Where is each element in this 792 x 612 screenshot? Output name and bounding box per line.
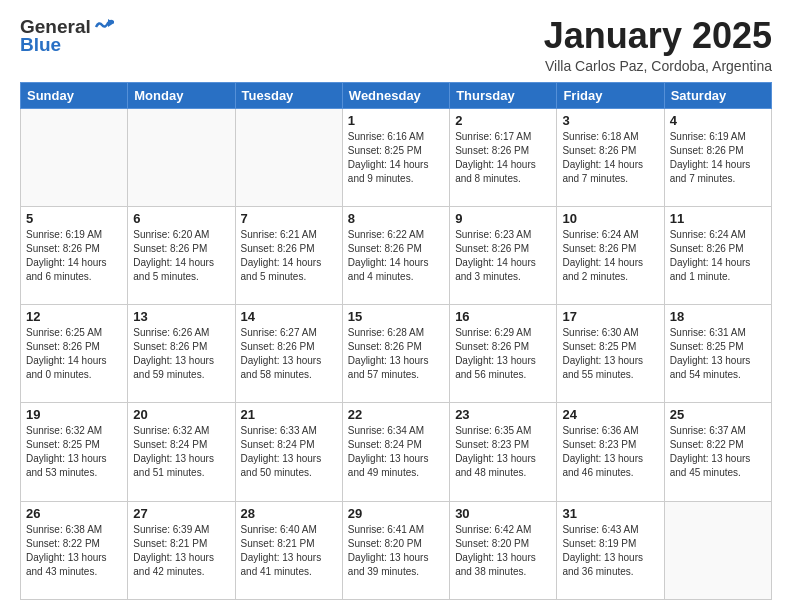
day-info: Sunrise: 6:30 AM Sunset: 8:25 PM Dayligh… [562, 326, 658, 382]
day-number: 12 [26, 309, 122, 324]
day-info: Sunrise: 6:42 AM Sunset: 8:20 PM Dayligh… [455, 523, 551, 579]
day-info: Sunrise: 6:38 AM Sunset: 8:22 PM Dayligh… [26, 523, 122, 579]
day-number: 10 [562, 211, 658, 226]
calendar-week-row: 26Sunrise: 6:38 AM Sunset: 8:22 PM Dayli… [21, 501, 772, 599]
day-info: Sunrise: 6:43 AM Sunset: 8:19 PM Dayligh… [562, 523, 658, 579]
day-info: Sunrise: 6:25 AM Sunset: 8:26 PM Dayligh… [26, 326, 122, 382]
day-number: 22 [348, 407, 444, 422]
day-number: 26 [26, 506, 122, 521]
day-number: 7 [241, 211, 337, 226]
col-thursday: Thursday [450, 82, 557, 108]
day-number: 29 [348, 506, 444, 521]
calendar-cell [235, 108, 342, 206]
day-info: Sunrise: 6:24 AM Sunset: 8:26 PM Dayligh… [670, 228, 766, 284]
month-title: January 2025 [544, 16, 772, 56]
day-number: 16 [455, 309, 551, 324]
calendar-week-row: 19Sunrise: 6:32 AM Sunset: 8:25 PM Dayli… [21, 403, 772, 501]
day-info: Sunrise: 6:37 AM Sunset: 8:22 PM Dayligh… [670, 424, 766, 480]
day-number: 3 [562, 113, 658, 128]
day-info: Sunrise: 6:31 AM Sunset: 8:25 PM Dayligh… [670, 326, 766, 382]
day-number: 9 [455, 211, 551, 226]
day-number: 19 [26, 407, 122, 422]
day-info: Sunrise: 6:18 AM Sunset: 8:26 PM Dayligh… [562, 130, 658, 186]
calendar-cell [664, 501, 771, 599]
calendar-cell: 12Sunrise: 6:25 AM Sunset: 8:26 PM Dayli… [21, 305, 128, 403]
day-info: Sunrise: 6:20 AM Sunset: 8:26 PM Dayligh… [133, 228, 229, 284]
day-number: 25 [670, 407, 766, 422]
day-info: Sunrise: 6:16 AM Sunset: 8:25 PM Dayligh… [348, 130, 444, 186]
calendar-cell: 21Sunrise: 6:33 AM Sunset: 8:24 PM Dayli… [235, 403, 342, 501]
calendar-cell: 19Sunrise: 6:32 AM Sunset: 8:25 PM Dayli… [21, 403, 128, 501]
day-info: Sunrise: 6:17 AM Sunset: 8:26 PM Dayligh… [455, 130, 551, 186]
calendar-cell: 11Sunrise: 6:24 AM Sunset: 8:26 PM Dayli… [664, 206, 771, 304]
calendar-cell: 8Sunrise: 6:22 AM Sunset: 8:26 PM Daylig… [342, 206, 449, 304]
calendar-cell: 23Sunrise: 6:35 AM Sunset: 8:23 PM Dayli… [450, 403, 557, 501]
day-info: Sunrise: 6:19 AM Sunset: 8:26 PM Dayligh… [26, 228, 122, 284]
calendar-cell: 4Sunrise: 6:19 AM Sunset: 8:26 PM Daylig… [664, 108, 771, 206]
day-number: 24 [562, 407, 658, 422]
calendar-cell: 29Sunrise: 6:41 AM Sunset: 8:20 PM Dayli… [342, 501, 449, 599]
day-number: 15 [348, 309, 444, 324]
day-info: Sunrise: 6:35 AM Sunset: 8:23 PM Dayligh… [455, 424, 551, 480]
calendar-cell: 16Sunrise: 6:29 AM Sunset: 8:26 PM Dayli… [450, 305, 557, 403]
calendar-cell: 18Sunrise: 6:31 AM Sunset: 8:25 PM Dayli… [664, 305, 771, 403]
logo-blue: Blue [20, 34, 61, 56]
calendar-cell: 27Sunrise: 6:39 AM Sunset: 8:21 PM Dayli… [128, 501, 235, 599]
header: General Blue January 2025 Villa Carlos P… [20, 16, 772, 74]
col-wednesday: Wednesday [342, 82, 449, 108]
calendar-week-row: 12Sunrise: 6:25 AM Sunset: 8:26 PM Dayli… [21, 305, 772, 403]
calendar-cell: 15Sunrise: 6:28 AM Sunset: 8:26 PM Dayli… [342, 305, 449, 403]
calendar-cell: 1Sunrise: 6:16 AM Sunset: 8:25 PM Daylig… [342, 108, 449, 206]
calendar-table: Sunday Monday Tuesday Wednesday Thursday… [20, 82, 772, 600]
day-number: 23 [455, 407, 551, 422]
day-info: Sunrise: 6:36 AM Sunset: 8:23 PM Dayligh… [562, 424, 658, 480]
calendar-cell: 22Sunrise: 6:34 AM Sunset: 8:24 PM Dayli… [342, 403, 449, 501]
day-number: 21 [241, 407, 337, 422]
calendar-header-row: Sunday Monday Tuesday Wednesday Thursday… [21, 82, 772, 108]
calendar-cell: 26Sunrise: 6:38 AM Sunset: 8:22 PM Dayli… [21, 501, 128, 599]
calendar-cell: 10Sunrise: 6:24 AM Sunset: 8:26 PM Dayli… [557, 206, 664, 304]
calendar-cell: 7Sunrise: 6:21 AM Sunset: 8:26 PM Daylig… [235, 206, 342, 304]
calendar-cell: 24Sunrise: 6:36 AM Sunset: 8:23 PM Dayli… [557, 403, 664, 501]
day-number: 20 [133, 407, 229, 422]
day-number: 18 [670, 309, 766, 324]
day-number: 14 [241, 309, 337, 324]
day-number: 11 [670, 211, 766, 226]
day-info: Sunrise: 6:26 AM Sunset: 8:26 PM Dayligh… [133, 326, 229, 382]
day-info: Sunrise: 6:41 AM Sunset: 8:20 PM Dayligh… [348, 523, 444, 579]
day-info: Sunrise: 6:32 AM Sunset: 8:25 PM Dayligh… [26, 424, 122, 480]
calendar-cell: 20Sunrise: 6:32 AM Sunset: 8:24 PM Dayli… [128, 403, 235, 501]
calendar-cell: 30Sunrise: 6:42 AM Sunset: 8:20 PM Dayli… [450, 501, 557, 599]
day-info: Sunrise: 6:19 AM Sunset: 8:26 PM Dayligh… [670, 130, 766, 186]
day-number: 4 [670, 113, 766, 128]
col-tuesday: Tuesday [235, 82, 342, 108]
calendar-week-row: 1Sunrise: 6:16 AM Sunset: 8:25 PM Daylig… [21, 108, 772, 206]
calendar-cell: 31Sunrise: 6:43 AM Sunset: 8:19 PM Dayli… [557, 501, 664, 599]
day-number: 17 [562, 309, 658, 324]
calendar-cell: 13Sunrise: 6:26 AM Sunset: 8:26 PM Dayli… [128, 305, 235, 403]
page: General Blue January 2025 Villa Carlos P… [0, 0, 792, 612]
calendar-cell: 2Sunrise: 6:17 AM Sunset: 8:26 PM Daylig… [450, 108, 557, 206]
calendar-cell: 6Sunrise: 6:20 AM Sunset: 8:26 PM Daylig… [128, 206, 235, 304]
calendar-cell: 25Sunrise: 6:37 AM Sunset: 8:22 PM Dayli… [664, 403, 771, 501]
day-info: Sunrise: 6:34 AM Sunset: 8:24 PM Dayligh… [348, 424, 444, 480]
logo-wave-icon [94, 19, 114, 35]
day-number: 13 [133, 309, 229, 324]
day-number: 6 [133, 211, 229, 226]
location: Villa Carlos Paz, Cordoba, Argentina [544, 58, 772, 74]
calendar-cell: 28Sunrise: 6:40 AM Sunset: 8:21 PM Dayli… [235, 501, 342, 599]
day-number: 5 [26, 211, 122, 226]
col-sunday: Sunday [21, 82, 128, 108]
day-info: Sunrise: 6:32 AM Sunset: 8:24 PM Dayligh… [133, 424, 229, 480]
day-number: 8 [348, 211, 444, 226]
calendar-cell: 3Sunrise: 6:18 AM Sunset: 8:26 PM Daylig… [557, 108, 664, 206]
calendar-cell: 9Sunrise: 6:23 AM Sunset: 8:26 PM Daylig… [450, 206, 557, 304]
day-info: Sunrise: 6:22 AM Sunset: 8:26 PM Dayligh… [348, 228, 444, 284]
day-info: Sunrise: 6:23 AM Sunset: 8:26 PM Dayligh… [455, 228, 551, 284]
calendar-cell: 5Sunrise: 6:19 AM Sunset: 8:26 PM Daylig… [21, 206, 128, 304]
day-number: 28 [241, 506, 337, 521]
day-number: 30 [455, 506, 551, 521]
logo: General Blue [20, 16, 114, 56]
header-right: January 2025 Villa Carlos Paz, Cordoba, … [544, 16, 772, 74]
day-number: 27 [133, 506, 229, 521]
